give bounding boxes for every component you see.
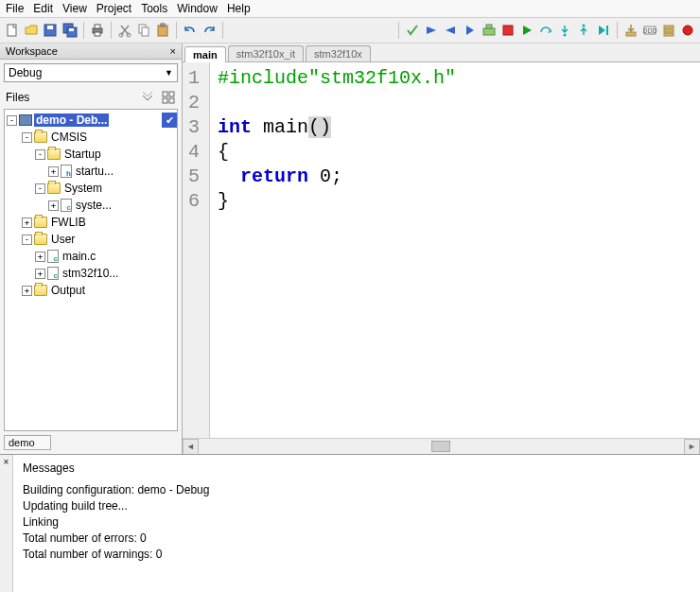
svg-rect-12 bbox=[142, 27, 149, 36]
messages-close-button[interactable]: × bbox=[0, 455, 13, 592]
make-button[interactable] bbox=[480, 20, 497, 41]
workspace-close-button[interactable]: × bbox=[170, 45, 176, 57]
tree-row-output[interactable]: + Output bbox=[5, 282, 177, 299]
scroll-right-button[interactable]: ► bbox=[684, 439, 700, 454]
messages-body[interactable]: Messages Building configuration: demo - … bbox=[13, 455, 700, 592]
cut-button[interactable] bbox=[115, 20, 132, 41]
tree-row-main-c[interactable]: + main.c bbox=[5, 248, 177, 265]
scroll-thumb[interactable] bbox=[431, 441, 450, 452]
tree-check[interactable]: ✔ bbox=[162, 113, 177, 128]
toolbar-separator bbox=[222, 22, 223, 39]
open-button[interactable] bbox=[23, 20, 40, 41]
workspace-titlebar: Workspace × bbox=[0, 44, 182, 60]
expand-toggle[interactable]: - bbox=[35, 149, 45, 160]
expand-toggle[interactable]: - bbox=[7, 115, 17, 126]
run-to-button[interactable] bbox=[595, 20, 612, 41]
svg-point-19 bbox=[583, 25, 586, 27]
menu-window[interactable]: Window bbox=[177, 2, 218, 15]
menu-help[interactable]: Help bbox=[227, 2, 251, 15]
toolbar: DDD bbox=[0, 18, 700, 44]
project-tree[interactable]: - demo - Deb... ✔ - CMSIS - Startup + bbox=[4, 109, 178, 431]
svg-text:DDD: DDD bbox=[642, 27, 656, 34]
expand-toggle[interactable]: + bbox=[48, 200, 59, 211]
code-text[interactable]: #include"stm32f10x.h" int main() { retur… bbox=[210, 62, 464, 438]
menu-view[interactable]: View bbox=[62, 2, 87, 15]
redo-button[interactable] bbox=[201, 20, 218, 41]
new-file-button[interactable] bbox=[4, 20, 21, 41]
code-area[interactable]: 1 2 3 4 5 6 #include"stm32f10x.h" int ma… bbox=[183, 62, 700, 438]
tree-row-stm32f10-c[interactable]: + stm32f10... bbox=[5, 265, 177, 282]
cut-icon bbox=[117, 23, 132, 38]
paste-button[interactable] bbox=[154, 20, 171, 41]
view-mode-button[interactable] bbox=[161, 90, 176, 105]
message-line: Total number of errors: 0 bbox=[23, 531, 691, 547]
expand-toggle[interactable]: + bbox=[35, 269, 45, 279]
step-out-button[interactable] bbox=[575, 20, 592, 41]
download-button[interactable] bbox=[621, 20, 639, 41]
arrow-right-small-icon bbox=[462, 23, 477, 38]
breakpoint-button[interactable] bbox=[679, 20, 696, 41]
menu-project[interactable]: Project bbox=[96, 2, 131, 15]
svg-rect-17 bbox=[503, 26, 513, 35]
copy-button[interactable] bbox=[135, 20, 152, 41]
expand-toggle[interactable]: + bbox=[22, 286, 32, 296]
file-h-icon bbox=[61, 165, 72, 178]
stop-build-button[interactable] bbox=[499, 20, 516, 41]
tree-row-syste-file[interactable]: + syste... bbox=[5, 197, 177, 214]
file-c-icon bbox=[47, 267, 59, 280]
menu-bar: File Edit View Project Tools Window Help bbox=[0, 0, 700, 18]
menu-edit[interactable]: Edit bbox=[33, 2, 53, 15]
print-icon bbox=[90, 23, 105, 38]
open-folder-icon bbox=[24, 23, 39, 38]
build-config-select[interactable]: Debug ▼ bbox=[4, 63, 178, 82]
compile-button[interactable] bbox=[404, 20, 421, 41]
nav-forward-button[interactable] bbox=[461, 20, 478, 41]
toggle-breakpoint-button[interactable] bbox=[423, 20, 440, 41]
editor-tab-stm32f10x-it[interactable]: stm32f10x_it bbox=[228, 45, 304, 61]
expand-toggle[interactable]: + bbox=[22, 218, 32, 228]
expand-toggle[interactable]: - bbox=[22, 235, 32, 245]
workspace-bottom-tab[interactable]: demo bbox=[4, 435, 51, 450]
tree-label: main.c bbox=[61, 250, 97, 263]
save-all-button[interactable] bbox=[61, 20, 79, 41]
nav-back-button[interactable] bbox=[442, 20, 459, 41]
expand-toggle[interactable]: - bbox=[35, 183, 45, 194]
tree-row-startu-file[interactable]: + startu... bbox=[5, 163, 177, 180]
tree-row-startup[interactable]: - Startup bbox=[5, 146, 177, 163]
tree-row-cmsis[interactable]: - CMSIS bbox=[5, 129, 177, 146]
svg-point-27 bbox=[683, 26, 692, 35]
tree-label: syste... bbox=[74, 199, 114, 212]
editor-tab-stm32f10x[interactable]: stm32f10x bbox=[306, 45, 371, 61]
tree-label: stm32f10... bbox=[61, 267, 120, 280]
folder-icon bbox=[47, 148, 61, 160]
tree-row-system[interactable]: - System bbox=[5, 180, 177, 197]
toolbar-separator bbox=[617, 22, 618, 39]
svg-rect-14 bbox=[161, 24, 165, 26]
tree-row-user[interactable]: - User bbox=[5, 231, 177, 248]
editor-hscroll[interactable]: ◄ ► bbox=[183, 438, 700, 454]
collapse-button[interactable] bbox=[140, 90, 155, 105]
save-button[interactable] bbox=[42, 20, 59, 41]
svg-rect-29 bbox=[169, 92, 174, 96]
expand-toggle[interactable]: + bbox=[35, 252, 45, 262]
memory-button[interactable]: DDD bbox=[641, 20, 658, 41]
debug-go-button[interactable] bbox=[518, 20, 535, 41]
expand-toggle[interactable]: - bbox=[22, 132, 32, 143]
tree-row-fwlib[interactable]: + FWLIB bbox=[5, 214, 177, 231]
expand-toggle[interactable]: + bbox=[48, 166, 59, 177]
svg-rect-15 bbox=[483, 28, 495, 35]
copy-icon bbox=[136, 23, 151, 38]
menu-file[interactable]: File bbox=[6, 2, 24, 15]
workspace-title-label: Workspace bbox=[6, 45, 58, 57]
run-to-icon bbox=[596, 23, 611, 38]
tree-label: startu... bbox=[74, 165, 115, 178]
tree-row-demo[interactable]: - demo - Deb... ✔ bbox=[5, 112, 177, 129]
scroll-left-button[interactable]: ◄ bbox=[183, 439, 199, 454]
print-button[interactable] bbox=[89, 20, 106, 41]
editor-tab-main[interactable]: main bbox=[184, 46, 226, 62]
registers-button[interactable] bbox=[660, 20, 677, 41]
undo-button[interactable] bbox=[182, 20, 199, 41]
menu-tools[interactable]: Tools bbox=[141, 2, 167, 15]
step-into-button[interactable] bbox=[556, 20, 573, 41]
step-over-button[interactable] bbox=[537, 20, 554, 41]
